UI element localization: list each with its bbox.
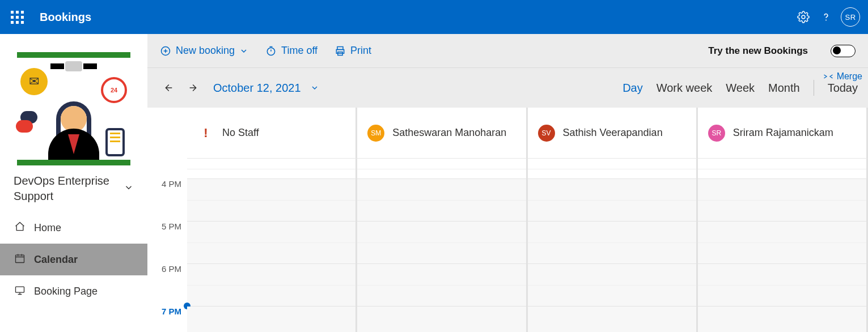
device-icon <box>105 128 125 156</box>
svg-point-0 <box>802 15 805 19</box>
view-week[interactable]: Week <box>726 82 755 95</box>
svg-rect-2 <box>16 255 24 262</box>
date-picker[interactable]: October 12, 2021 <box>213 82 319 95</box>
svg-point-1 <box>825 20 827 21</box>
avatar: SV <box>538 125 555 142</box>
chevron-down-icon <box>310 83 319 92</box>
time-gutter: 4 PM 5 PM 6 PM 7 PM <box>147 159 187 332</box>
time-off-label: Time off <box>281 45 317 57</box>
merge-label: Merge <box>837 71 862 82</box>
command-bar: New booking Time off Print Try the new B… <box>147 34 868 68</box>
print-button[interactable]: Print <box>335 45 371 57</box>
phone-24-icon: 24 <box>101 77 127 103</box>
svg-rect-3 <box>16 287 24 292</box>
view-switcher: Day Work week Week Month Today <box>623 80 858 96</box>
calendar-column[interactable] <box>357 159 527 332</box>
column-label: Sriram Rajamanickam <box>733 127 833 139</box>
calendar-column[interactable] <box>698 159 868 332</box>
avatar: SR <box>708 125 725 142</box>
sidebar-item-booking-page[interactable]: Booking Page <box>0 275 147 307</box>
prev-day-button[interactable] <box>158 78 178 98</box>
speech-bubble-icon <box>16 120 33 133</box>
today-button[interactable]: Today <box>828 82 858 95</box>
sidebar: ✉ 24 DevOps Enterpris <box>0 34 147 332</box>
warning-icon: ! <box>197 125 214 142</box>
print-icon <box>335 45 346 57</box>
column-header-staff[interactable]: SM Satheswaran Manoharan <box>357 108 527 159</box>
home-icon <box>14 221 26 235</box>
time-label: 4 PM <box>147 179 187 222</box>
view-month[interactable]: Month <box>768 82 800 95</box>
org-picker[interactable]: DevOps Enterprise Support <box>0 170 147 212</box>
column-label: No Staff <box>222 127 259 139</box>
print-label: Print <box>350 45 371 57</box>
column-header-staff[interactable]: SV Sathish Veerapandian <box>528 108 698 159</box>
help-icon[interactable] <box>815 6 837 28</box>
merge-icon <box>823 73 833 80</box>
date-nav-bar: October 12, 2021 Merge Day Work week Wee… <box>147 68 868 108</box>
user-avatar[interactable]: SR <box>841 7 860 27</box>
handshake-icon <box>50 61 97 71</box>
merge-button[interactable]: Merge <box>823 71 862 82</box>
column-header-staff[interactable]: SR Sriram Rajamanickam <box>698 108 868 159</box>
new-booking-button[interactable]: New booking <box>160 45 248 57</box>
app-header: Bookings SR <box>0 0 868 34</box>
app-title: Bookings <box>40 11 91 24</box>
chevron-down-icon <box>124 182 134 195</box>
org-logo: ✉ 24 <box>0 34 147 170</box>
try-new-bookings-label: Try the new Bookings <box>708 45 808 57</box>
mail-badge-icon: ✉ <box>20 68 48 95</box>
staff-header-row: ! No Staff SM Satheswaran Manoharan SV S… <box>147 108 868 159</box>
column-header-no-staff[interactable]: ! No Staff <box>187 108 357 159</box>
view-day[interactable]: Day <box>623 82 643 95</box>
nav-label: Calendar <box>34 254 78 266</box>
sidebar-item-home[interactable]: Home <box>0 212 147 244</box>
calendar-icon <box>14 253 26 267</box>
org-name: DevOps Enterprise Support <box>14 173 124 204</box>
nav-label: Booking Page <box>34 286 98 297</box>
monitor-icon <box>14 284 26 299</box>
view-work-week[interactable]: Work week <box>657 82 713 95</box>
nav-label: Home <box>34 222 61 234</box>
calendar-column[interactable] <box>187 159 357 332</box>
column-label: Sathish Veerapandian <box>563 127 663 139</box>
chevron-down-icon <box>239 46 248 56</box>
time-label-current: 7 PM <box>147 307 187 332</box>
time-label: 5 PM <box>147 222 187 264</box>
time-off-button[interactable]: Time off <box>265 45 317 57</box>
next-day-button[interactable] <box>184 78 204 98</box>
avatar: SM <box>367 125 384 142</box>
plus-circle-icon <box>160 45 171 57</box>
main: New booking Time off Print Try the new B… <box>147 34 868 332</box>
divider <box>814 80 814 96</box>
time-label: 6 PM <box>147 264 187 307</box>
new-booking-label: New booking <box>176 45 235 57</box>
sidebar-item-calendar[interactable]: Calendar <box>0 244 147 275</box>
calendar-column[interactable] <box>528 159 698 332</box>
app-launcher-icon[interactable] <box>8 8 26 26</box>
settings-icon[interactable] <box>792 6 815 28</box>
user-initials: SR <box>845 13 856 22</box>
stopwatch-icon <box>265 45 277 57</box>
calendar: ! No Staff SM Satheswaran Manoharan SV S… <box>147 108 868 332</box>
try-new-bookings-toggle[interactable] <box>831 45 856 57</box>
column-label: Satheswaran Manoharan <box>392 127 506 139</box>
agent-icon <box>48 129 99 160</box>
current-date: October 12, 2021 <box>213 82 301 95</box>
